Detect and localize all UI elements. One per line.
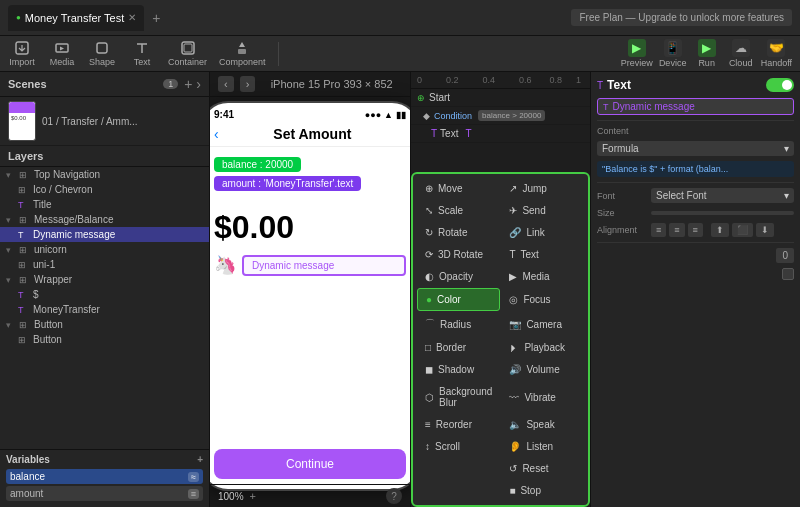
canvas-toolbar: ‹ › iPhone 15 Pro 393 × 852 <box>210 72 410 97</box>
help-icon[interactable]: ? <box>386 488 402 504</box>
layer-money-transfer[interactable]: T MoneyTransfer <box>0 302 209 317</box>
action-send[interactable]: ✈ Send <box>501 200 584 221</box>
action-focus[interactable]: ◎ Focus <box>501 288 584 311</box>
action-assign[interactable]: = Assign <box>501 502 584 507</box>
action-label: Speak <box>526 419 554 430</box>
action-listen[interactable]: 👂 Listen <box>501 436 584 457</box>
cloud-button[interactable]: ☁ Cloud <box>727 39 755 68</box>
action-bg-blur[interactable]: ⬡ Background Blur <box>417 381 500 413</box>
layer-label: MoneyTransfer <box>33 304 100 315</box>
action-text[interactable]: T Text <box>501 244 584 265</box>
scene-item[interactable]: $0.00 01 / Transfer / Amm... <box>0 97 209 146</box>
action-rotate[interactable]: ↻ Rotate <box>417 222 500 243</box>
layer-dynamic-message[interactable]: T Dynamic message <box>0 227 209 242</box>
align-top-button[interactable]: ⬆ <box>711 223 729 237</box>
action-volume[interactable]: 🔊 Volume <box>501 359 584 380</box>
playback-icon: ⏵ <box>509 342 519 353</box>
layer-ico-chevron[interactable]: ⊞ Ico / Chevron <box>0 182 209 197</box>
toolbar-media[interactable]: Media <box>48 40 76 67</box>
tab-add-button[interactable]: + <box>148 10 164 26</box>
container-icon: ⊞ <box>18 185 30 195</box>
run-button[interactable]: ▶ Run <box>693 39 721 68</box>
action-border[interactable]: □ Border <box>417 337 500 358</box>
action-scale[interactable]: ⤡ Scale <box>417 200 500 221</box>
scene-thumbnail: $0.00 <box>8 101 36 141</box>
action-radius[interactable]: ⌒ Radius <box>417 312 500 336</box>
align-right-button[interactable]: ≡ <box>688 223 703 237</box>
layer-unicorn[interactable]: ▾ ⊞ unicorn <box>0 242 209 257</box>
layer-message-balance[interactable]: ▾ ⊞ Message/Balance <box>0 212 209 227</box>
action-move[interactable]: ⊕ Move <box>417 178 500 199</box>
flow-start-item[interactable]: ⊕ Start <box>411 89 590 107</box>
zoom-add-icon[interactable]: + <box>250 490 256 502</box>
toolbar-text[interactable]: Text <box>128 40 156 67</box>
toggle-icon: ▾ <box>6 245 16 255</box>
flow-text-1[interactable]: T Text T <box>411 125 590 143</box>
right-panel: T Text T Dynamic message Content Formula… <box>590 72 800 507</box>
free-plan-banner[interactable]: Free Plan — Upgrade to unlock more featu… <box>571 9 792 26</box>
scenes-add-icon[interactable]: + <box>184 76 192 92</box>
toggle-switch[interactable] <box>766 78 794 92</box>
formula-display[interactable]: "Balance is $" + format (balan... <box>597 161 794 177</box>
dynamic-message-box[interactable]: Dynamic message <box>242 255 406 276</box>
checkbox[interactable] <box>782 268 794 280</box>
layer-top-navigation[interactable]: ▾ ⊞ Top Navigation <box>0 167 209 182</box>
camera-icon: 📷 <box>509 319 521 330</box>
flow-condition-1[interactable]: ◆ Condition balance > 20000 <box>411 107 590 125</box>
layer-wrapper[interactable]: ▾ ⊞ Wrapper <box>0 272 209 287</box>
run-toolbar: ▶ Preview 📱 Device ▶ Run ☁ Cloud 🤝 Hando… <box>621 39 792 68</box>
toolbar-import[interactable]: Import <box>8 40 36 67</box>
align-middle-button[interactable]: ⬛ <box>732 223 753 237</box>
action-link[interactable]: 🔗 Link <box>501 222 584 243</box>
handoff-button[interactable]: 🤝 Handoff <box>761 39 792 68</box>
variable-amount[interactable]: amount ≡ <box>6 486 203 501</box>
forward-button[interactable]: › <box>240 76 256 92</box>
variable-balance[interactable]: balance ≈ <box>6 469 203 484</box>
layer-uni-1[interactable]: ⊞ uni-1 <box>0 257 209 272</box>
action-camera[interactable]: 📷 Camera <box>501 312 584 336</box>
phone-page-title: Set Amount <box>219 126 406 142</box>
back-button[interactable]: ‹ <box>218 76 234 92</box>
device-button[interactable]: 📱 Device <box>659 39 687 68</box>
action-playback[interactable]: ⏵ Playback <box>501 337 584 358</box>
toolbar-component[interactable]: Component <box>219 40 266 67</box>
action-stop[interactable]: ■ Stop <box>501 480 584 501</box>
action-opacity[interactable]: ◐ Opacity <box>417 266 500 287</box>
continue-button[interactable]: Continue <box>214 449 406 479</box>
action-jump[interactable]: ↗ Jump <box>501 178 584 199</box>
action-reset[interactable]: ↺ Reset <box>501 458 584 479</box>
align-left-button[interactable]: ≡ <box>651 223 666 237</box>
layer-button-container[interactable]: ▾ ⊞ Button <box>0 317 209 332</box>
layer-button[interactable]: ⊞ Button <box>0 332 209 347</box>
listen-icon: 👂 <box>509 441 521 452</box>
layer-dollar[interactable]: T $ <box>0 287 209 302</box>
size-input[interactable] <box>651 211 794 215</box>
unicorn-row: 🦄 Dynamic message <box>214 254 406 276</box>
content-type-select[interactable]: Formula ▾ <box>597 141 794 156</box>
action-shadow[interactable]: ◼ Shadow <box>417 359 500 380</box>
action-scroll[interactable]: ↕ Scroll <box>417 436 500 457</box>
variables-label: Variables <box>6 454 50 465</box>
toolbar-shape[interactable]: Shape <box>88 40 116 67</box>
layer-title[interactable]: T Title <box>0 197 209 212</box>
action-vibrate[interactable]: 〰 Vibrate <box>501 381 584 413</box>
action-reorder[interactable]: ≡ Reorder <box>417 414 500 435</box>
preview-button[interactable]: ▶ Preview <box>621 39 653 68</box>
toolbar-container[interactable]: Container <box>168 40 207 67</box>
action-speak[interactable]: 🔈 Speak <box>501 414 584 435</box>
container-icon: ⊞ <box>19 320 31 330</box>
tab-close-icon[interactable]: ✕ <box>128 12 136 23</box>
align-bottom-button[interactable]: ⬇ <box>756 223 774 237</box>
align-center-button[interactable]: ≡ <box>669 223 684 237</box>
font-select[interactable]: Select Font ▾ <box>651 188 794 203</box>
tab-money-transfer[interactable]: ● Money Transfer Test ✕ <box>8 5 144 31</box>
text-icon: T <box>18 290 30 300</box>
actions-grid: ⊕ Move ↗ Jump ⤡ Scale ✈ Send ↻ Rotate <box>417 178 584 507</box>
value-input[interactable]: 0 <box>776 248 794 263</box>
chevron-down-icon: ▾ <box>784 190 789 201</box>
action-color[interactable]: ● Color <box>417 288 500 311</box>
action-3d-rotate[interactable]: ⟳ 3D Rotate <box>417 244 500 265</box>
action-media[interactable]: ▶ Media <box>501 266 584 287</box>
add-variable-button[interactable]: + <box>197 454 203 465</box>
scenes-nav-icon[interactable]: › <box>196 76 201 92</box>
